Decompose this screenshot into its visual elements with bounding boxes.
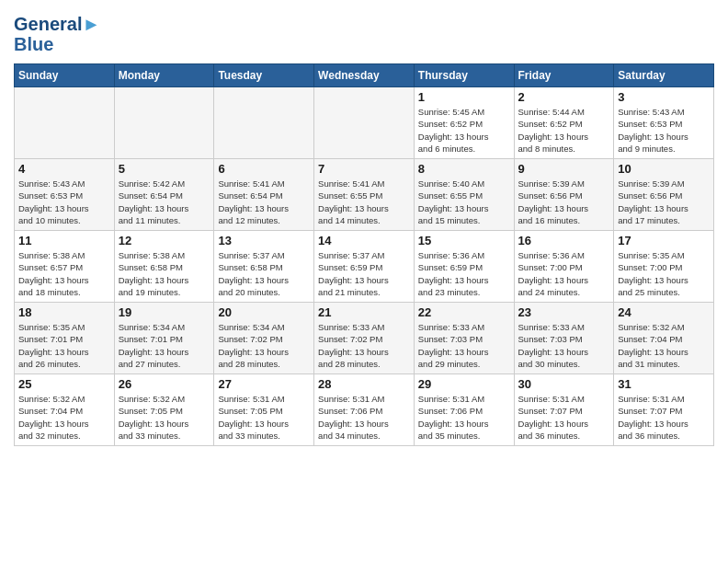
logo-text: General►: [14, 14, 100, 34]
day-info: Sunrise: 5:43 AM Sunset: 6:53 PM Dayligh…: [18, 178, 110, 226]
calendar-cell: 25Sunrise: 5:32 AM Sunset: 7:04 PM Dayli…: [15, 374, 115, 446]
day-info: Sunrise: 5:31 AM Sunset: 7:06 PM Dayligh…: [318, 393, 410, 442]
calendar-cell: 16Sunrise: 5:36 AM Sunset: 7:00 PM Dayli…: [514, 231, 614, 303]
day-number: 14: [318, 234, 410, 247]
calendar-cell: 21Sunrise: 5:33 AM Sunset: 7:02 PM Dayli…: [314, 303, 415, 374]
day-number: 24: [618, 305, 710, 319]
calendar-cell: [214, 87, 314, 159]
calendar-cell: 29Sunrise: 5:31 AM Sunset: 7:06 PM Dayli…: [414, 374, 514, 446]
calendar-cell: 22Sunrise: 5:33 AM Sunset: 7:03 PM Dayli…: [414, 303, 514, 374]
calendar-cell: 18Sunrise: 5:35 AM Sunset: 7:01 PM Dayli…: [15, 303, 115, 374]
calendar-cell: 30Sunrise: 5:31 AM Sunset: 7:07 PM Dayli…: [514, 374, 614, 446]
col-header-sunday: Sunday: [15, 64, 115, 87]
col-header-thursday: Thursday: [414, 64, 514, 87]
day-number: 12: [119, 234, 210, 247]
calendar-cell: 2Sunrise: 5:44 AM Sunset: 6:52 PM Daylig…: [514, 87, 614, 159]
day-number: 5: [119, 162, 210, 176]
col-header-monday: Monday: [114, 64, 214, 87]
day-number: 23: [518, 305, 610, 319]
col-header-friday: Friday: [514, 64, 614, 87]
calendar-header-row: SundayMondayTuesdayWednesdayThursdayFrid…: [15, 64, 714, 87]
logo-blue: Blue: [14, 34, 100, 54]
day-number: 15: [418, 234, 510, 247]
day-info: Sunrise: 5:35 AM Sunset: 7:01 PM Dayligh…: [18, 321, 110, 370]
calendar-cell: 6Sunrise: 5:41 AM Sunset: 6:54 PM Daylig…: [214, 159, 314, 231]
col-header-wednesday: Wednesday: [314, 64, 415, 87]
calendar-cell: 5Sunrise: 5:42 AM Sunset: 6:54 PM Daylig…: [114, 159, 214, 231]
calendar-cell: 14Sunrise: 5:37 AM Sunset: 6:59 PM Dayli…: [314, 231, 415, 303]
day-number: 27: [218, 377, 310, 391]
day-number: 29: [418, 377, 510, 391]
day-number: 25: [18, 377, 110, 391]
day-info: Sunrise: 5:38 AM Sunset: 6:57 PM Dayligh…: [18, 249, 110, 298]
calendar-cell: 15Sunrise: 5:36 AM Sunset: 6:59 PM Dayli…: [414, 231, 514, 303]
day-info: Sunrise: 5:31 AM Sunset: 7:07 PM Dayligh…: [618, 393, 710, 442]
calendar-cell: 1Sunrise: 5:45 AM Sunset: 6:52 PM Daylig…: [414, 87, 514, 159]
day-number: 21: [318, 305, 410, 319]
day-number: 4: [18, 162, 110, 176]
day-number: 18: [18, 305, 110, 319]
day-info: Sunrise: 5:45 AM Sunset: 6:52 PM Dayligh…: [418, 106, 510, 155]
calendar-week-4: 18Sunrise: 5:35 AM Sunset: 7:01 PM Dayli…: [15, 303, 714, 374]
calendar-cell: 24Sunrise: 5:32 AM Sunset: 7:04 PM Dayli…: [614, 303, 714, 374]
day-number: 13: [218, 234, 310, 247]
logo: General► Blue: [14, 14, 100, 54]
day-number: 2: [518, 90, 610, 104]
day-info: Sunrise: 5:31 AM Sunset: 7:06 PM Dayligh…: [418, 393, 510, 442]
day-info: Sunrise: 5:35 AM Sunset: 7:00 PM Dayligh…: [618, 249, 710, 298]
day-info: Sunrise: 5:40 AM Sunset: 6:55 PM Dayligh…: [418, 178, 510, 226]
day-number: 28: [318, 377, 410, 391]
day-info: Sunrise: 5:34 AM Sunset: 7:02 PM Dayligh…: [218, 321, 310, 370]
col-header-saturday: Saturday: [614, 64, 714, 87]
day-number: 7: [318, 162, 410, 176]
day-number: 31: [618, 377, 710, 391]
day-info: Sunrise: 5:33 AM Sunset: 7:03 PM Dayligh…: [418, 321, 510, 370]
day-number: 30: [518, 377, 610, 391]
header: General► Blue: [14, 14, 714, 54]
day-info: Sunrise: 5:32 AM Sunset: 7:04 PM Dayligh…: [18, 393, 110, 442]
day-number: 19: [119, 305, 210, 319]
calendar-cell: 26Sunrise: 5:32 AM Sunset: 7:05 PM Dayli…: [114, 374, 214, 446]
day-number: 22: [418, 305, 510, 319]
day-info: Sunrise: 5:33 AM Sunset: 7:02 PM Dayligh…: [318, 321, 410, 370]
day-number: 17: [618, 234, 710, 247]
calendar-cell: 3Sunrise: 5:43 AM Sunset: 6:53 PM Daylig…: [614, 87, 714, 159]
day-info: Sunrise: 5:38 AM Sunset: 6:58 PM Dayligh…: [119, 249, 210, 298]
day-number: 26: [119, 377, 210, 391]
day-number: 3: [618, 90, 710, 104]
day-info: Sunrise: 5:31 AM Sunset: 7:05 PM Dayligh…: [218, 393, 310, 442]
calendar-cell: [314, 87, 415, 159]
calendar-cell: 8Sunrise: 5:40 AM Sunset: 6:55 PM Daylig…: [414, 159, 514, 231]
day-info: Sunrise: 5:37 AM Sunset: 6:58 PM Dayligh…: [218, 249, 310, 298]
day-number: 20: [218, 305, 310, 319]
calendar-cell: 11Sunrise: 5:38 AM Sunset: 6:57 PM Dayli…: [15, 231, 115, 303]
calendar-cell: 20Sunrise: 5:34 AM Sunset: 7:02 PM Dayli…: [214, 303, 314, 374]
day-info: Sunrise: 5:32 AM Sunset: 7:04 PM Dayligh…: [618, 321, 710, 370]
day-number: 16: [518, 234, 610, 247]
calendar-cell: 31Sunrise: 5:31 AM Sunset: 7:07 PM Dayli…: [614, 374, 714, 446]
day-number: 6: [218, 162, 310, 176]
calendar-cell: 4Sunrise: 5:43 AM Sunset: 6:53 PM Daylig…: [15, 159, 115, 231]
calendar-cell: 19Sunrise: 5:34 AM Sunset: 7:01 PM Dayli…: [114, 303, 214, 374]
day-number: 10: [618, 162, 710, 176]
day-info: Sunrise: 5:41 AM Sunset: 6:54 PM Dayligh…: [218, 178, 310, 226]
day-info: Sunrise: 5:33 AM Sunset: 7:03 PM Dayligh…: [518, 321, 610, 370]
day-info: Sunrise: 5:39 AM Sunset: 6:56 PM Dayligh…: [518, 178, 610, 226]
calendar-cell: 17Sunrise: 5:35 AM Sunset: 7:00 PM Dayli…: [614, 231, 714, 303]
calendar-week-3: 11Sunrise: 5:38 AM Sunset: 6:57 PM Dayli…: [15, 231, 714, 303]
day-info: Sunrise: 5:31 AM Sunset: 7:07 PM Dayligh…: [518, 393, 610, 442]
day-number: 11: [18, 234, 110, 247]
calendar-week-5: 25Sunrise: 5:32 AM Sunset: 7:04 PM Dayli…: [15, 374, 714, 446]
day-number: 8: [418, 162, 510, 176]
calendar-cell: 9Sunrise: 5:39 AM Sunset: 6:56 PM Daylig…: [514, 159, 614, 231]
day-info: Sunrise: 5:32 AM Sunset: 7:05 PM Dayligh…: [119, 393, 210, 442]
day-info: Sunrise: 5:34 AM Sunset: 7:01 PM Dayligh…: [119, 321, 210, 370]
day-info: Sunrise: 5:39 AM Sunset: 6:56 PM Dayligh…: [618, 178, 710, 226]
calendar-week-2: 4Sunrise: 5:43 AM Sunset: 6:53 PM Daylig…: [15, 159, 714, 231]
day-info: Sunrise: 5:43 AM Sunset: 6:53 PM Dayligh…: [618, 106, 710, 155]
calendar-cell: [15, 87, 115, 159]
day-info: Sunrise: 5:37 AM Sunset: 6:59 PM Dayligh…: [318, 249, 410, 298]
day-info: Sunrise: 5:41 AM Sunset: 6:55 PM Dayligh…: [318, 178, 410, 226]
calendar-cell: 27Sunrise: 5:31 AM Sunset: 7:05 PM Dayli…: [214, 374, 314, 446]
calendar-week-1: 1Sunrise: 5:45 AM Sunset: 6:52 PM Daylig…: [15, 87, 714, 159]
